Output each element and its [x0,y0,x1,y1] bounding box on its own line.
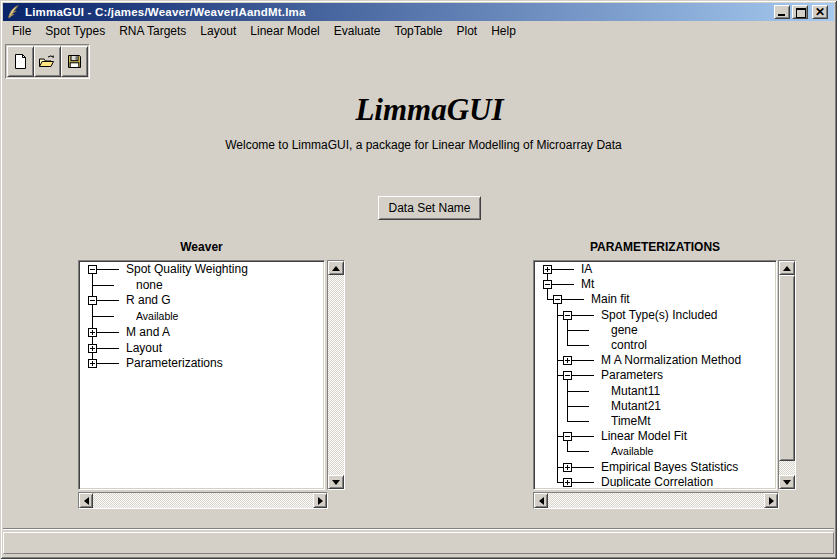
expand-plus-icon[interactable] [563,478,572,487]
new-file-icon [12,53,29,70]
collapse-minus-icon[interactable] [543,280,552,289]
open-file-button[interactable] [34,46,61,77]
tree-node-label[interactable]: Mt [581,277,594,291]
scroll-up-button[interactable] [779,261,795,275]
arrow-down-icon [332,480,340,485]
tree-line [561,299,584,300]
arrow-left-icon [539,497,544,505]
menu-item-toptable[interactable]: TopTable [387,22,449,40]
new-file-button[interactable] [7,46,34,77]
menu-item-help[interactable]: Help [484,22,523,40]
arrow-up-icon [783,266,791,271]
tree-line [551,284,574,285]
tree-node-label[interactable]: Mutant21 [611,399,661,413]
tree-node-label[interactable]: none [136,278,163,292]
minimize-button[interactable] [774,5,790,19]
tree-node-label[interactable]: control [611,338,647,352]
weaver-tree: Spot Quality WeightingnoneR and GAvailab… [81,263,322,487]
collapse-minus-icon[interactable] [88,265,97,274]
tree-line [92,285,114,286]
tree-node-label[interactable]: Available [611,445,653,458]
titlebar[interactable]: LimmaGUI - C:/james/Weaver/WeaverIAandMt… [3,3,834,21]
tree-line [551,269,574,270]
arrow-left-icon [84,497,89,505]
tree-line [96,300,119,301]
scroll-left-button[interactable] [534,493,548,508]
tree-node-label[interactable]: R and G [126,293,171,307]
tree-node-label[interactable]: M and A [126,325,170,339]
menu-item-linear-model[interactable]: Linear Model [243,22,326,40]
statusbar [3,532,834,554]
tree-line [567,391,589,392]
weaver-horizontal-scrollbar[interactable] [78,492,328,509]
parameterizations-vertical-scrollbar[interactable] [778,260,796,490]
tree-line [571,315,594,316]
collapse-minus-icon[interactable] [563,311,572,320]
menu-item-evaluate[interactable]: Evaluate [327,22,388,40]
tree-node-label[interactable]: Parameterizations [126,356,223,370]
menubar: FileSpot TypesRNA TargetsLayoutLinear Mo… [3,21,834,41]
expand-plus-icon[interactable] [88,344,97,353]
menu-item-file[interactable]: File [5,22,38,40]
tree-line [567,406,589,407]
parameterizations-tree-header: PARAMETERIZATIONS [533,240,777,255]
maximize-icon [796,8,806,18]
collapse-minus-icon[interactable] [88,296,97,305]
tree-node-label[interactable]: gene [611,323,638,337]
tree-line [567,421,589,422]
close-icon: ✕ [813,5,827,19]
tree-node-label[interactable]: Duplicate Correlation [601,475,713,487]
weaver-tree-canvas[interactable]: Spot Quality WeightingnoneR and GAvailab… [78,260,325,490]
tree-node-label[interactable]: Mutant11 [611,384,660,398]
collapse-minus-icon[interactable] [563,432,572,441]
scroll-right-button[interactable] [764,493,778,508]
tree-node-label[interactable]: Empirical Bayes Statistics [601,460,738,474]
scroll-right-button[interactable] [313,493,327,508]
tree-node-label[interactable]: Main fit [591,292,630,306]
page-title: LimmaGUI [0,93,837,127]
menu-item-spot-types[interactable]: Spot Types [38,22,112,40]
tree-node-label[interactable]: IA [581,263,592,276]
scroll-down-button[interactable] [328,475,344,489]
weaver-vertical-scrollbar[interactable] [327,260,345,490]
tree-node-label[interactable]: Available [136,310,178,323]
tree-line [567,345,589,346]
tree-node-label[interactable]: M A Normalization Method [601,353,741,367]
toolbar [5,44,90,79]
tree-node-label[interactable]: Linear Model Fit [601,429,687,443]
tree-node-label[interactable]: TimeMt [611,414,651,428]
menu-item-plot[interactable]: Plot [449,22,484,40]
arrow-up-icon [332,266,340,271]
welcome-subtitle: Welcome to LimmaGUI, a package for Linea… [0,138,837,152]
tree-node-label[interactable]: Layout [126,341,162,355]
menu-item-layout[interactable]: Layout [193,22,243,40]
expand-plus-icon[interactable] [88,328,97,337]
tree-node-label[interactable]: Parameters [601,368,663,382]
scroll-left-button[interactable] [79,493,93,508]
scrollbar-thumb[interactable] [779,275,795,461]
tree-node-label[interactable]: Spot Type(s) Included [601,308,718,322]
save-file-button[interactable] [61,46,88,77]
maximize-button[interactable] [792,5,808,19]
expand-plus-icon[interactable] [563,463,572,472]
tk-feather-icon[interactable] [5,4,21,20]
collapse-minus-icon[interactable] [563,371,572,380]
expand-plus-icon[interactable] [543,265,552,274]
expand-plus-icon[interactable] [563,356,572,365]
menu-item-rna-targets[interactable]: RNA Targets [112,22,193,40]
arrow-down-icon [783,480,791,485]
scroll-up-button[interactable] [328,261,344,275]
close-button[interactable]: ✕ [812,5,828,19]
data-set-name-button[interactable]: Data Set Name [378,196,481,220]
parameterizations-horizontal-scrollbar[interactable] [533,492,779,509]
minimize-icon [778,14,785,16]
window-title: LimmaGUI - C:/james/Weaver/WeaverIAandMt… [25,6,306,18]
scroll-down-button[interactable] [779,475,795,489]
tree-node-label[interactable]: Spot Quality Weighting [126,263,248,276]
collapse-minus-icon[interactable] [553,295,562,304]
parameterizations-tree-canvas[interactable]: IAMtMain fitSpot Type(s) Includedgenecon… [533,260,777,490]
save-icon [66,53,83,70]
tree-line [557,299,558,482]
expand-plus-icon[interactable] [88,359,97,368]
tree-line [96,332,119,333]
